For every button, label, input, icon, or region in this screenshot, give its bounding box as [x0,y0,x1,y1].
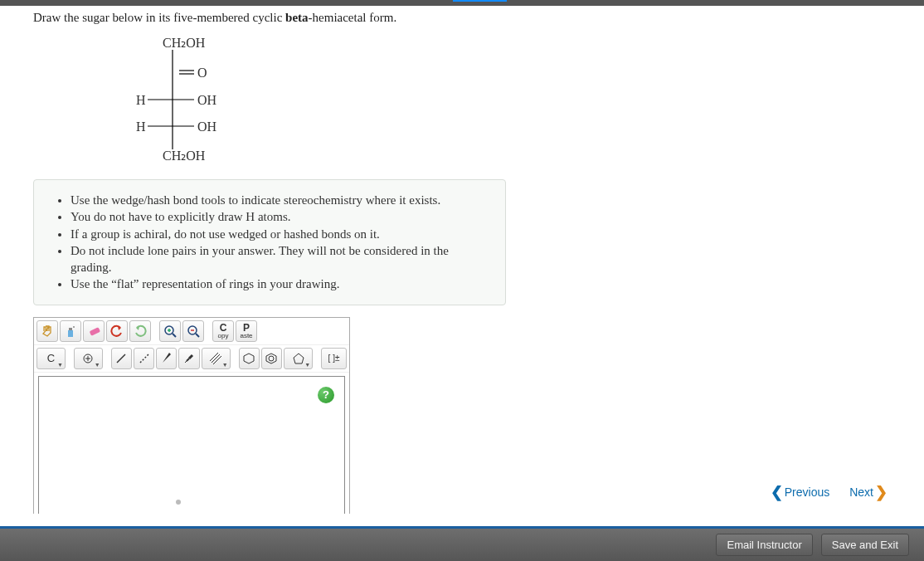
fischer-bottom: CH₂OH [163,148,205,163]
chevron-down-icon: ▼ [95,362,100,368]
previous-link[interactable]: ❮Previous [771,483,829,501]
fischer-c2-left: H [136,93,146,108]
redo-tool[interactable] [129,320,151,342]
wedge-bond-tool[interactable] [156,348,177,369]
benzene-tool[interactable] [261,348,282,369]
multi-bond-tool[interactable]: ▼ [202,348,231,369]
svg-line-10 [173,334,176,337]
fischer-c2-right: OH [197,93,216,108]
question-text: Draw the sugar below in its five-membere… [33,11,888,25]
chevron-down-icon: ▼ [304,362,310,368]
nav-links: ❮Previous Next❯ [771,483,888,501]
charge-tool[interactable]: ▼ [74,348,103,369]
fischer-c3-right: OH [197,120,216,134]
save-and-exit-button[interactable]: Save and Exit [821,534,909,556]
svg-rect-6 [69,328,72,330]
bracket-charge-tool[interactable]: [ ]± [321,348,347,369]
hash-bond-tool[interactable] [178,348,199,369]
canvas-center-dot [176,500,181,505]
svg-line-20 [140,354,148,363]
hint-item: You do not have to explicitly draw H ato… [71,208,490,225]
zoom-out-tool[interactable] [182,320,204,342]
dashed-bond-tool[interactable] [134,348,154,369]
svg-point-29 [269,356,274,361]
svg-rect-8 [90,327,100,336]
chevron-right-icon: ❯ [875,483,888,501]
svg-line-23 [189,355,192,359]
paste-tool[interactable]: Paste [236,320,257,342]
svg-marker-30 [294,354,304,363]
copy-tool[interactable]: Copy [212,320,234,342]
svg-line-22 [187,359,189,361]
drawing-canvas[interactable]: ? [38,376,345,515]
svg-rect-5 [68,330,73,337]
question-bold: beta [285,11,309,24]
structure-editor: Copy Paste C▼ ▼ ▼ ▼ [ ]± [33,317,350,515]
top-tab-strip [0,0,924,6]
toolbar-row-2: C▼ ▼ ▼ ▼ [ ]± [34,345,349,373]
chevron-down-icon: ▼ [57,362,63,368]
fischer-projection: CH₂OH O H OH H OH CH₂OH [126,35,242,164]
svg-line-14 [196,334,199,337]
help-button[interactable]: ? [318,387,334,403]
svg-line-19 [117,354,125,363]
atom-picker[interactable]: C▼ [36,348,66,369]
question-prefix: Draw the sugar below in its five-membere… [33,11,285,24]
zoom-in-tool[interactable] [159,320,181,342]
chevron-down-icon: ▼ [222,362,228,368]
fischer-c1-right: O [197,66,207,80]
svg-line-21 [185,361,187,363]
question-suffix: -hemiacetal form. [309,11,397,24]
hint-item: Do not include lone pairs in your answer… [71,242,490,276]
fischer-c3-left: H [136,120,146,134]
pentagon-tool[interactable]: ▼ [284,348,313,369]
email-instructor-button[interactable]: Email Instructor [716,534,812,556]
toolbar-row-1: Copy Paste [34,318,349,345]
next-link[interactable]: Next❯ [849,483,888,501]
eraser-tool[interactable] [83,320,105,342]
instructions-box: Use the wedge/hash bond tools to indicat… [33,179,506,305]
svg-point-7 [73,326,75,328]
undo-tool[interactable] [106,320,128,342]
hint-item: If a group is achiral, do not use wedged… [71,226,490,242]
spray-tool[interactable] [60,320,81,342]
hint-item: Use the “flat” representation of rings i… [71,276,490,292]
single-bond-tool[interactable] [111,348,132,369]
svg-marker-27 [244,354,254,363]
footer-bar: Email Instructor Save and Exit [0,526,924,561]
content-scroll[interactable]: Draw the sugar below in its five-membere… [0,6,888,514]
chevron-left-icon: ❮ [771,483,783,501]
instructions-list: Use the wedge/hash bond tools to indicat… [49,192,490,293]
fischer-top: CH₂OH [163,35,205,51]
hexagon-tool[interactable] [239,348,260,369]
svg-marker-28 [266,354,276,363]
hint-item: Use the wedge/hash bond tools to indicat… [71,192,490,208]
hand-tool[interactable] [36,320,58,342]
